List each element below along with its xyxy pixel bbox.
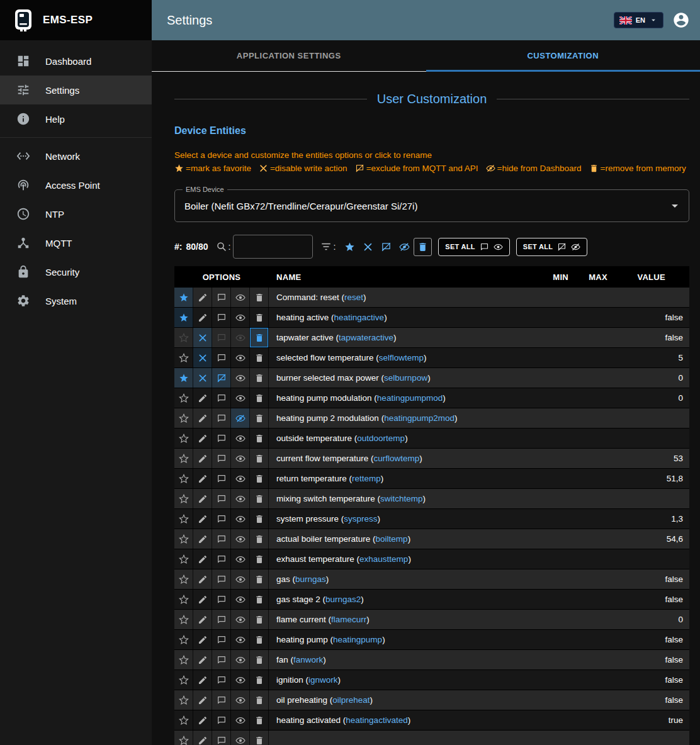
favorite-toggle[interactable] [174,690,193,710]
hide-toggle[interactable] [231,610,250,629]
mqtt-exclude-toggle[interactable] [212,630,231,649]
mqtt-exclude-toggle[interactable] [212,388,231,408]
hide-toggle[interactable] [231,308,250,327]
favorite-toggle[interactable] [174,368,193,388]
hide-toggle[interactable] [231,288,250,307]
tab-application-settings[interactable]: APPLICATION SETTINGS [152,40,426,71]
favorite-toggle[interactable] [174,408,193,428]
entity-link[interactable]: heatingpumpmod [377,393,443,403]
mqtt-exclude-toggle[interactable] [212,308,231,327]
write-toggle[interactable] [193,308,212,327]
account-button[interactable] [672,11,690,29]
favorite-toggle[interactable] [174,569,193,589]
sidebar-item-dashboard[interactable]: Dashboard [0,47,152,76]
sidebar-item-ntp[interactable]: NTP [0,199,152,228]
remove-toggle[interactable] [250,489,269,508]
favorite-toggle[interactable] [174,610,193,629]
filter-removed-button[interactable] [414,238,432,256]
mqtt-exclude-toggle[interactable] [212,328,231,347]
hide-toggle[interactable] [231,731,250,745]
hide-toggle[interactable] [231,469,250,488]
mqtt-exclude-toggle[interactable] [212,670,231,690]
hide-toggle[interactable] [231,489,250,508]
filter-favorite-button[interactable] [341,238,359,256]
hide-toggle[interactable] [231,328,250,347]
entity-link[interactable]: burngas2 [325,595,361,604]
write-toggle[interactable] [193,469,212,488]
favorite-toggle[interactable] [174,529,193,549]
write-toggle[interactable] [193,529,212,549]
sidebar-item-security[interactable]: Security [0,257,152,286]
favorite-toggle[interactable] [174,650,193,669]
write-toggle[interactable] [193,610,212,629]
hide-toggle[interactable] [231,348,250,367]
write-toggle[interactable] [193,630,212,649]
hide-toggle[interactable] [231,449,250,468]
search-input[interactable] [233,235,313,259]
entity-link[interactable]: heatingactive [334,313,385,322]
remove-toggle[interactable] [250,408,269,428]
mqtt-exclude-toggle[interactable] [212,509,231,529]
hide-toggle[interactable] [231,569,250,589]
hide-toggle[interactable] [231,710,250,730]
write-toggle[interactable] [193,590,212,609]
favorite-toggle[interactable] [174,731,193,745]
write-toggle[interactable] [193,549,212,569]
sidebar-item-help[interactable]: Help [0,104,152,133]
favorite-toggle[interactable] [174,509,193,529]
write-toggle[interactable] [193,368,212,388]
favorite-toggle[interactable] [174,348,193,367]
ems-device-select[interactable]: EMS Device Boiler (Nefit GBx72/Trendline… [174,189,689,222]
favorite-toggle[interactable] [174,710,193,730]
remove-toggle[interactable] [250,650,269,669]
hide-toggle[interactable] [231,429,250,448]
write-toggle[interactable] [193,731,212,745]
entity-link[interactable]: rettemp [352,474,381,483]
filter-mqtt-button[interactable] [377,238,395,256]
write-toggle[interactable] [193,710,212,730]
sidebar-item-access-point[interactable]: Access Point [0,171,152,199]
write-toggle[interactable] [193,650,212,669]
mqtt-exclude-toggle[interactable] [212,489,231,508]
favorite-toggle[interactable] [174,388,193,408]
entity-link[interactable]: ignwork [308,675,338,685]
entity-link[interactable]: reset [344,293,363,302]
write-toggle[interactable] [193,348,212,367]
entity-link[interactable]: selburnpow [384,373,427,383]
remove-toggle[interactable] [250,529,269,549]
mqtt-exclude-toggle[interactable] [212,429,231,448]
write-toggle[interactable] [193,509,212,529]
write-toggle[interactable] [193,288,212,307]
write-toggle[interactable] [193,670,212,690]
favorite-toggle[interactable] [174,449,193,468]
favorite-toggle[interactable] [174,549,193,569]
mqtt-exclude-toggle[interactable] [212,288,231,307]
entity-link[interactable]: burngas [295,574,326,584]
entity-link[interactable]: boiltemp [376,534,408,544]
remove-toggle[interactable] [250,308,269,327]
favorite-toggle[interactable] [174,429,193,448]
mqtt-exclude-toggle[interactable] [212,650,231,669]
remove-toggle[interactable] [250,388,269,408]
entity-link[interactable]: syspress [344,514,377,524]
hide-toggle[interactable] [231,690,250,710]
write-toggle[interactable] [193,489,212,508]
write-toggle[interactable] [193,328,212,347]
entity-link[interactable]: outdoortemp [357,434,405,443]
favorite-toggle[interactable] [174,288,193,307]
entity-link[interactable]: flamecurr [331,615,366,624]
remove-toggle[interactable] [250,569,269,589]
remove-toggle[interactable] [250,348,269,367]
write-toggle[interactable] [193,569,212,589]
remove-toggle[interactable] [250,670,269,690]
sidebar-item-mqtt[interactable]: MQTT [0,228,152,257]
favorite-toggle[interactable] [174,670,193,690]
mqtt-exclude-toggle[interactable] [212,590,231,609]
remove-toggle[interactable] [250,610,269,629]
remove-toggle[interactable] [250,449,269,468]
favorite-toggle[interactable] [174,489,193,508]
entity-link[interactable]: tapwateractive [339,333,393,342]
write-toggle[interactable] [193,408,212,428]
mqtt-exclude-toggle[interactable] [212,368,231,388]
remove-toggle[interactable] [250,368,269,388]
